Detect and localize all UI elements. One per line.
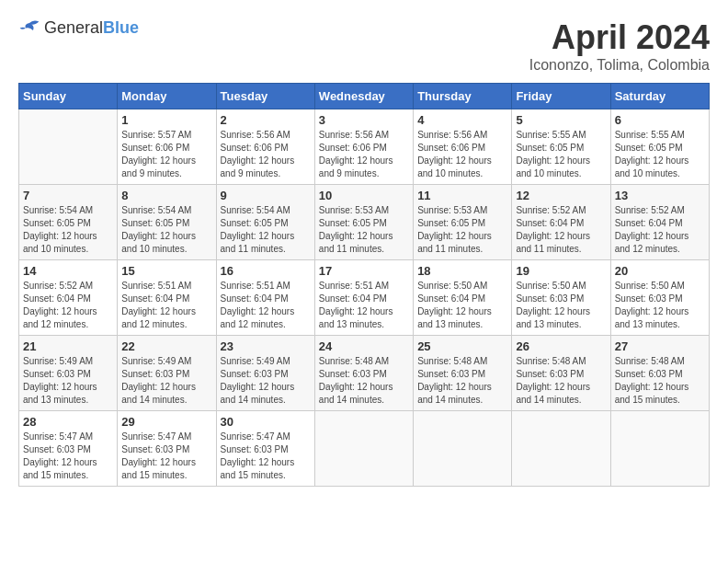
day-number: 20 [615,264,705,278]
calendar-week-row: 28Sunrise: 5:47 AMSunset: 6:03 PMDayligh… [19,411,710,487]
calendar-table: Sunday Monday Tuesday Wednesday Thursday… [18,83,710,487]
day-info: Sunrise: 5:47 AMSunset: 6:03 PMDaylight:… [23,431,113,482]
day-number: 29 [121,415,211,429]
calendar-day-cell: 5Sunrise: 5:55 AMSunset: 6:05 PMDaylight… [512,109,610,185]
calendar-day-cell: 17Sunrise: 5:51 AMSunset: 6:04 PMDayligh… [314,260,413,336]
day-number: 14 [23,264,113,278]
day-info: Sunrise: 5:48 AMSunset: 6:03 PMDaylight:… [319,355,409,407]
day-info: Sunrise: 5:49 AMSunset: 6:03 PMDaylight:… [221,355,311,407]
calendar-day-cell: 1Sunrise: 5:57 AMSunset: 6:06 PMDaylight… [118,109,216,185]
col-thursday: Thursday [414,84,512,109]
day-number: 10 [319,189,409,202]
calendar-day-cell: 15Sunrise: 5:51 AMSunset: 6:04 PMDayligh… [118,260,216,336]
day-info: Sunrise: 5:48 AMSunset: 6:03 PMDaylight:… [615,355,705,407]
col-wednesday: Wednesday [314,84,413,109]
day-info: Sunrise: 5:57 AMSunset: 6:06 PMDaylight:… [121,129,211,180]
day-number: 27 [615,339,705,353]
day-info: Sunrise: 5:48 AMSunset: 6:03 PMDaylight:… [417,355,507,407]
day-number: 24 [319,339,409,353]
calendar-day-cell [19,109,118,185]
day-number: 15 [121,264,211,278]
logo-text: GeneralBlue [44,18,139,38]
day-info: Sunrise: 5:48 AMSunset: 6:03 PMDaylight:… [516,355,606,407]
day-info: Sunrise: 5:51 AMSunset: 6:04 PMDaylight:… [319,280,409,331]
day-info: Sunrise: 5:51 AMSunset: 6:04 PMDaylight:… [121,280,211,331]
calendar-day-cell: 14Sunrise: 5:52 AMSunset: 6:04 PMDayligh… [19,260,118,336]
day-info: Sunrise: 5:54 AMSunset: 6:05 PMDaylight:… [23,204,113,256]
col-monday: Monday [118,84,216,109]
logo-general: General [44,18,103,37]
day-number: 19 [516,264,606,278]
calendar-day-cell: 20Sunrise: 5:50 AMSunset: 6:03 PMDayligh… [610,260,709,336]
day-number: 11 [417,189,507,202]
day-number: 25 [417,339,507,353]
calendar-day-cell [610,411,709,487]
day-info: Sunrise: 5:50 AMSunset: 6:03 PMDaylight:… [516,280,606,331]
day-number: 9 [221,189,311,202]
day-info: Sunrise: 5:50 AMSunset: 6:04 PMDaylight:… [417,280,507,331]
logo: GeneralBlue [18,18,139,38]
month-title: April 2024 [529,18,710,57]
calendar-day-cell: 2Sunrise: 5:56 AMSunset: 6:06 PMDaylight… [216,109,314,185]
day-number: 8 [121,189,211,202]
calendar-day-cell [314,411,413,487]
page-header: GeneralBlue April 2024 Icononzo, Tolima,… [18,18,710,74]
calendar-week-row: 21Sunrise: 5:49 AMSunset: 6:03 PMDayligh… [19,336,710,411]
day-info: Sunrise: 5:49 AMSunset: 6:03 PMDaylight:… [121,355,211,407]
calendar-day-cell: 30Sunrise: 5:47 AMSunset: 6:03 PMDayligh… [216,411,314,487]
calendar-day-cell [414,411,512,487]
day-number: 3 [319,113,409,127]
day-info: Sunrise: 5:52 AMSunset: 6:04 PMDaylight:… [516,204,606,256]
day-number: 7 [23,189,113,202]
day-info: Sunrise: 5:50 AMSunset: 6:03 PMDaylight:… [615,280,705,331]
day-info: Sunrise: 5:53 AMSunset: 6:05 PMDaylight:… [417,204,507,256]
day-info: Sunrise: 5:51 AMSunset: 6:04 PMDaylight:… [221,280,311,331]
calendar-day-cell: 3Sunrise: 5:56 AMSunset: 6:06 PMDaylight… [314,109,413,185]
day-number: 12 [516,189,606,202]
day-number: 1 [121,113,211,127]
day-number: 23 [221,339,311,353]
title-area: April 2024 Icononzo, Tolima, Colombia [529,18,710,74]
day-number: 26 [516,339,606,353]
logo-bird-icon [18,19,40,38]
calendar-day-cell: 19Sunrise: 5:50 AMSunset: 6:03 PMDayligh… [512,260,610,336]
calendar-day-cell: 8Sunrise: 5:54 AMSunset: 6:05 PMDaylight… [118,185,216,260]
calendar-day-cell: 6Sunrise: 5:55 AMSunset: 6:05 PMDaylight… [610,109,709,185]
calendar-day-cell: 11Sunrise: 5:53 AMSunset: 6:05 PMDayligh… [414,185,512,260]
calendar-day-cell: 28Sunrise: 5:47 AMSunset: 6:03 PMDayligh… [19,411,118,487]
calendar-day-cell [512,411,610,487]
day-info: Sunrise: 5:52 AMSunset: 6:04 PMDaylight:… [23,280,113,331]
day-number: 21 [23,339,113,353]
calendar-day-cell: 29Sunrise: 5:47 AMSunset: 6:03 PMDayligh… [118,411,216,487]
day-info: Sunrise: 5:55 AMSunset: 6:05 PMDaylight:… [615,129,705,180]
calendar-week-row: 7Sunrise: 5:54 AMSunset: 6:05 PMDaylight… [19,185,710,260]
day-info: Sunrise: 5:53 AMSunset: 6:05 PMDaylight:… [319,204,409,256]
col-friday: Friday [512,84,610,109]
calendar-day-cell: 23Sunrise: 5:49 AMSunset: 6:03 PMDayligh… [216,336,314,411]
day-number: 5 [516,113,606,127]
calendar-day-cell: 21Sunrise: 5:49 AMSunset: 6:03 PMDayligh… [19,336,118,411]
col-saturday: Saturday [610,84,709,109]
day-info: Sunrise: 5:56 AMSunset: 6:06 PMDaylight:… [319,129,409,180]
calendar-week-row: 14Sunrise: 5:52 AMSunset: 6:04 PMDayligh… [19,260,710,336]
calendar-header-row: Sunday Monday Tuesday Wednesday Thursday… [19,84,710,109]
calendar-day-cell: 12Sunrise: 5:52 AMSunset: 6:04 PMDayligh… [512,185,610,260]
calendar-day-cell: 9Sunrise: 5:54 AMSunset: 6:05 PMDaylight… [216,185,314,260]
day-number: 4 [417,113,507,127]
day-info: Sunrise: 5:56 AMSunset: 6:06 PMDaylight:… [221,129,311,180]
calendar-day-cell: 4Sunrise: 5:56 AMSunset: 6:06 PMDaylight… [414,109,512,185]
calendar-day-cell: 10Sunrise: 5:53 AMSunset: 6:05 PMDayligh… [314,185,413,260]
calendar-day-cell: 16Sunrise: 5:51 AMSunset: 6:04 PMDayligh… [216,260,314,336]
day-info: Sunrise: 5:54 AMSunset: 6:05 PMDaylight:… [221,204,311,256]
day-info: Sunrise: 5:49 AMSunset: 6:03 PMDaylight:… [23,355,113,407]
calendar-week-row: 1Sunrise: 5:57 AMSunset: 6:06 PMDaylight… [19,109,710,185]
calendar-day-cell: 7Sunrise: 5:54 AMSunset: 6:05 PMDaylight… [19,185,118,260]
calendar-day-cell: 22Sunrise: 5:49 AMSunset: 6:03 PMDayligh… [118,336,216,411]
day-number: 13 [615,189,705,202]
day-number: 28 [23,415,113,429]
calendar-day-cell: 24Sunrise: 5:48 AMSunset: 6:03 PMDayligh… [314,336,413,411]
day-info: Sunrise: 5:55 AMSunset: 6:05 PMDaylight:… [516,129,606,180]
calendar-day-cell: 27Sunrise: 5:48 AMSunset: 6:03 PMDayligh… [610,336,709,411]
day-info: Sunrise: 5:47 AMSunset: 6:03 PMDaylight:… [221,431,311,482]
day-number: 22 [121,339,211,353]
